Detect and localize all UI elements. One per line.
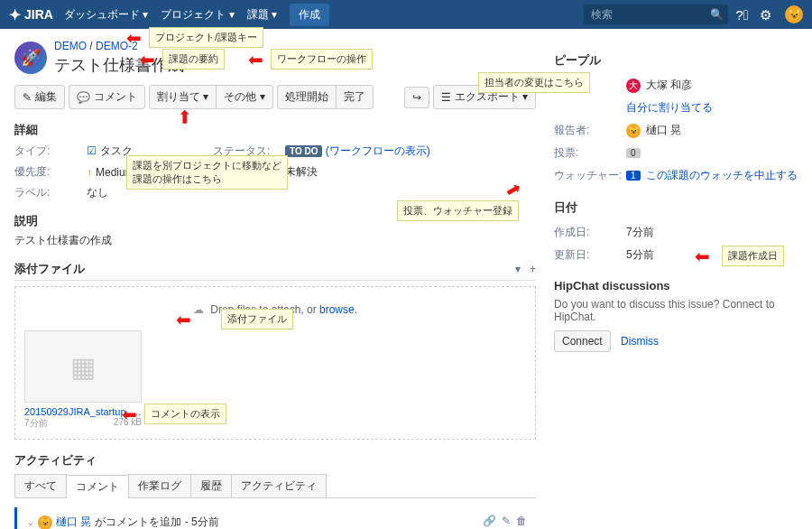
callout-assignee-change: 担当者の変更はこちら xyxy=(478,72,590,93)
settings-icon[interactable]: ⚙ xyxy=(760,6,772,23)
assignee-name: 大塚 和彦 xyxy=(646,78,692,93)
status-value: TO DO (ワークフローの表示) xyxy=(285,144,536,159)
task-icon: ☑ xyxy=(87,144,97,157)
delete-comment-icon[interactable]: 🗑 xyxy=(516,515,527,527)
created-label: 作成日: xyxy=(554,225,626,240)
jira-logo[interactable]: ✦JIRA xyxy=(9,6,53,23)
votes-count: 0 xyxy=(626,148,641,158)
edit-button[interactable]: ✎編集 xyxy=(14,85,65,109)
assign-to-me-link[interactable]: 自分に割り当てる xyxy=(626,100,713,116)
reporter-avatar: 😺 xyxy=(626,124,641,138)
tab-worklog[interactable]: 作業ログ xyxy=(128,474,191,497)
transition-start-button[interactable]: 処理開始 xyxy=(277,85,337,109)
comment-item: ⌄ 😺 樋口 晃 がコメントを追加 - 5分前 🔗 ✎ 🗑 大塚 和彦 さん テ… xyxy=(14,507,536,529)
priority-label: 優先度: xyxy=(14,164,87,180)
help-icon[interactable]: ?⃝ xyxy=(735,6,748,23)
updated-label: 更新日: xyxy=(554,247,626,263)
user-avatar[interactable]: 😺 xyxy=(785,5,803,23)
more-button[interactable]: その他 ▾ xyxy=(216,85,272,109)
arrow-icon: ⬅ xyxy=(140,49,155,70)
breadcrumb-project[interactable]: DEMO xyxy=(54,40,87,52)
jira-icon: ✦ xyxy=(9,6,21,23)
callout-more-ops: 課題を別プロジェクトに移動など 課題の操作はこちら xyxy=(126,155,288,190)
reporter-label: 報告者: xyxy=(554,123,626,138)
collapse-icon[interactable]: ⌄ xyxy=(26,516,34,528)
comment-author-avatar: 😺 xyxy=(38,515,52,530)
created-value: 7分前 xyxy=(626,225,798,240)
activity-header: アクティビティ xyxy=(14,452,536,469)
arrow-icon: ⬅ xyxy=(126,27,142,49)
tab-history[interactable]: 履歴 xyxy=(190,474,232,497)
arrow-icon: ⬅ xyxy=(176,309,191,330)
callout-vote-watch: 投票、ウォッチャー登録 xyxy=(397,200,519,221)
export-icon: ☰ xyxy=(441,91,451,104)
activity-tabs: すべて コメント 作業ログ 履歴 アクティビティ xyxy=(14,474,536,498)
votes-label: 投票: xyxy=(554,145,626,161)
assignee-avatar: 大 xyxy=(626,79,641,93)
view-workflow-link[interactable]: (ワークフローの表示) xyxy=(326,144,430,157)
top-nav: ✦JIRA ダッシュボード ▾ プロジェクト ▾ 課題 ▾ 作成 🔍 ?⃝ ⚙ … xyxy=(0,0,812,29)
attachments-menu[interactable]: ▾ + xyxy=(515,263,536,275)
attachment-thumbnail: ▦ xyxy=(24,330,142,403)
comment-meta: がコメントを追加 - 5分前 xyxy=(95,515,218,529)
priority-medium-icon: ↑ xyxy=(87,166,92,179)
issue-toolbar: ✎編集 💬コメント 割り当て ▾ その他 ▾ 処理開始 完了 ↪ ☰ エクスポー… xyxy=(14,85,536,109)
issue-sidebar: ピープル 担当者: 大大塚 和彦 自分に割り当てる 報告者: 😺樋口 晃 投票:… xyxy=(554,40,798,529)
hipchat-description: Do you want to discuss this issue? Conne… xyxy=(554,298,798,323)
upload-icon: ☁ xyxy=(193,303,204,316)
nav-dashboards[interactable]: ダッシュボード ▾ xyxy=(64,7,148,23)
reporter-name: 樋口 晃 xyxy=(646,123,681,138)
hipchat-connect-button[interactable]: Connect xyxy=(554,330,611,352)
callout-comments: コメントの表示 xyxy=(144,404,226,424)
attachments-header: 添付ファイル xyxy=(14,261,85,277)
stop-watching-link[interactable]: この課題のウォッチを中止する xyxy=(646,168,798,183)
tab-comments[interactable]: コメント xyxy=(66,475,129,498)
description-body: テスト仕様書の作成 xyxy=(14,233,536,248)
callout-created: 課題作成日 xyxy=(722,246,784,266)
hipchat-dismiss-link[interactable]: Dismiss xyxy=(621,335,659,348)
share-icon: ↪ xyxy=(412,91,421,104)
browse-link[interactable]: browse xyxy=(319,303,355,316)
arrow-icon: ⬅ xyxy=(122,404,137,425)
attachment-age: 7分前 xyxy=(24,417,48,430)
comment-button[interactable]: 💬コメント xyxy=(69,85,145,109)
type-label: タイプ: xyxy=(14,144,87,159)
pencil-icon: ✎ xyxy=(23,91,32,104)
project-avatar: 🚀 xyxy=(14,42,47,74)
assign-button[interactable]: 割り当て ▾ xyxy=(149,85,217,109)
search-input[interactable] xyxy=(584,5,728,24)
labels-label: ラベル: xyxy=(14,185,87,200)
watchers-count: 1 xyxy=(626,171,641,181)
arrow-icon: ⬅ xyxy=(248,49,263,70)
tab-activity[interactable]: アクティビティ xyxy=(231,474,327,497)
people-header: ピープル xyxy=(554,52,798,69)
watchers-label: ウォッチャー: xyxy=(554,168,626,183)
issue-main: 🚀 DEMO / DEMO-2 テスト仕様書作成 ✎編集 💬コメント 割り当て … xyxy=(14,40,536,529)
create-button[interactable]: 作成 xyxy=(290,4,329,26)
dates-header: 日付 xyxy=(554,200,798,216)
callout-project-key: プロジェクト/課題キー xyxy=(149,27,263,48)
share-button[interactable]: ↪ xyxy=(404,87,429,108)
transition-done-button[interactable]: 完了 xyxy=(336,85,374,109)
arrow-icon: ➡ xyxy=(173,109,195,125)
attachment-item[interactable]: ▦ 20150929JIRA_startup_em 7分前 276 kB xyxy=(24,330,526,430)
permalink-icon[interactable]: 🔗 xyxy=(483,515,496,527)
resolution-value: 未解決 xyxy=(285,164,536,180)
edit-comment-icon[interactable]: ✎ xyxy=(502,515,511,527)
callout-attachment: 添付ファイル xyxy=(221,309,293,329)
hipchat-header: HipChat discussions xyxy=(554,279,798,292)
nav-projects[interactable]: プロジェクト ▾ xyxy=(161,7,234,23)
tab-all[interactable]: すべて xyxy=(14,474,67,497)
nav-issues[interactable]: 課題 ▾ xyxy=(247,7,277,23)
arrow-icon: ⬅ xyxy=(695,246,710,267)
comment-author[interactable]: 樋口 晃 xyxy=(56,515,91,529)
callout-workflow: ワークフローの操作 xyxy=(271,49,373,70)
comment-icon: 💬 xyxy=(77,91,90,104)
callout-summary: 課題の要約 xyxy=(162,49,225,70)
details-header: 詳細 xyxy=(14,122,536,138)
